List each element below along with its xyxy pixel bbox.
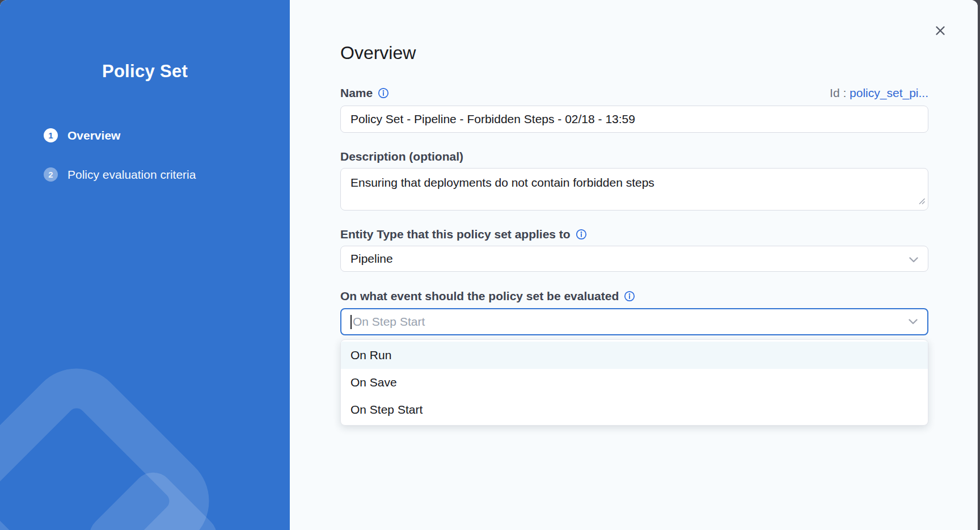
name-input[interactable]	[340, 106, 928, 133]
step-label: Overview	[67, 129, 120, 142]
resize-handle-icon[interactable]	[918, 197, 926, 207]
name-label-row: Name Id : policy_set_pi...	[340, 85, 928, 100]
info-icon[interactable]	[624, 291, 635, 302]
option-on-run[interactable]: On Run	[341, 342, 928, 369]
info-icon[interactable]	[576, 229, 587, 240]
wizard-steps: 1 Overview 2 Policy evaluation criteria	[44, 128, 290, 182]
overview-step-panel: Overview Name Id : policy_set_pi...	[290, 0, 978, 530]
step-policy-evaluation-criteria[interactable]: 2 Policy evaluation criteria	[44, 167, 290, 182]
entity-type-label-row: Entity Type that this policy set applies…	[340, 226, 928, 242]
wizard-sidebar: Policy Set 1 Overview 2 Policy evaluatio…	[0, 0, 290, 530]
entity-id: Id : policy_set_pi...	[830, 86, 928, 100]
step-label: Policy evaluation criteria	[67, 168, 196, 182]
entity-type-value: Pipeline	[350, 252, 393, 266]
step-overview[interactable]: 1 Overview	[44, 128, 290, 143]
policy-set-wizard-modal: Policy Set 1 Overview 2 Policy evaluatio…	[0, 0, 978, 530]
chevron-down-icon	[909, 252, 918, 266]
event-label-row: On what event should the policy set be e…	[340, 288, 928, 304]
page-title: Overview	[340, 43, 928, 63]
option-on-step-start[interactable]: On Step Start	[341, 396, 928, 423]
entity-type-label: Entity Type that this policy set applies…	[340, 226, 571, 242]
id-link[interactable]: policy_set_pi...	[850, 86, 928, 99]
description-label: Description (optional)	[340, 149, 463, 164]
close-icon	[935, 25, 946, 39]
event-placeholder: On Step Start	[353, 315, 425, 329]
wizard-title: Policy Set	[0, 60, 290, 83]
event-combobox-input[interactable]: On Step Start	[340, 308, 928, 335]
chevron-down-icon	[909, 317, 918, 327]
text-caret	[350, 315, 352, 329]
option-on-save[interactable]: On Save	[341, 369, 928, 396]
close-button[interactable]	[932, 24, 948, 40]
entity-type-select[interactable]: Pipeline	[340, 246, 928, 272]
step-number-badge: 1	[44, 128, 58, 142]
description-label-row: Description (optional)	[340, 149, 928, 164]
id-label: Id :	[830, 86, 846, 99]
name-label: Name	[340, 85, 373, 100]
description-textarea[interactable]: Ensuring that deployments do not contain…	[340, 168, 928, 211]
info-icon[interactable]	[378, 87, 389, 99]
event-dropdown-menu: On Run On Save On Step Start	[340, 339, 928, 426]
step-number-badge: 2	[44, 167, 58, 182]
event-label: On what event should the policy set be e…	[340, 288, 619, 304]
